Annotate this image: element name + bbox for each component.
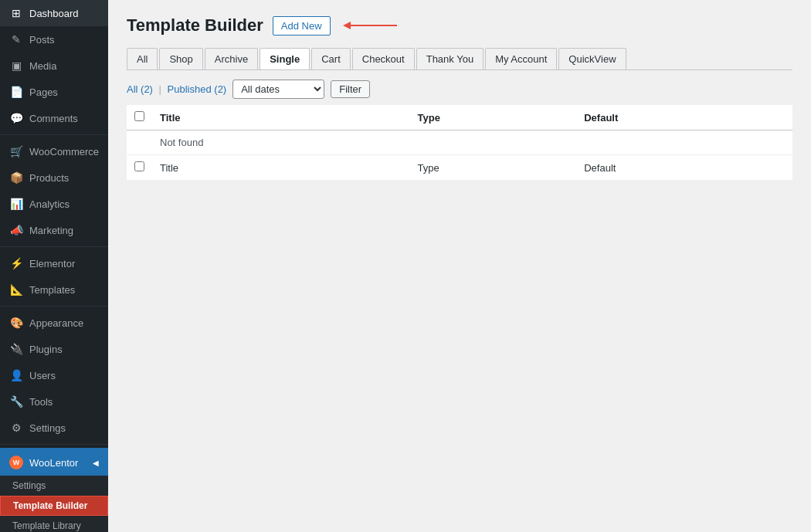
comments-icon: 💬	[9, 111, 23, 125]
woolentor-icon: W	[9, 456, 23, 469]
filter-published-link[interactable]: Published (2)	[168, 83, 227, 95]
templates-icon: 📐	[9, 283, 23, 296]
sidebar-item-pages[interactable]: 📄 Pages	[0, 79, 108, 105]
row-checkbox[interactable]	[134, 161, 144, 171]
tab-archive[interactable]: Archive	[205, 48, 258, 69]
tab-shop[interactable]: Shop	[159, 48, 202, 69]
sidebar-item-template-builder[interactable]: Template Builder	[0, 496, 108, 516]
tab-all[interactable]: All	[127, 48, 158, 69]
tab-quickview[interactable]: QuickView	[558, 48, 626, 69]
media-icon: ▣	[9, 59, 23, 73]
table-body: Not found Title Type Default	[127, 130, 792, 181]
sidebar-item-analytics[interactable]: 📊 Analytics	[0, 191, 108, 217]
sidebar-item-users[interactable]: 👤 Users	[0, 362, 108, 388]
filter-all-link[interactable]: All (2)	[127, 83, 153, 95]
sidebar-item-settings[interactable]: ⚙ Settings	[0, 415, 108, 441]
sidebar-label-woocommerce: WooCommerce	[29, 146, 99, 158]
table-row: Title Type Default	[127, 155, 792, 181]
page-title: Template Builder	[127, 15, 263, 36]
sidebar-label-settings: Settings	[29, 422, 66, 434]
select-all-checkbox[interactable]	[134, 111, 144, 121]
table-header: Title Type Default	[127, 105, 792, 130]
sidebar-label-tools: Tools	[29, 396, 53, 408]
templates-table: Title Type Default Not found Title Type …	[127, 105, 792, 181]
analytics-icon: 📊	[9, 197, 23, 211]
tab-thank-you[interactable]: Thank You	[416, 48, 484, 69]
not-found-text: Not found	[152, 130, 410, 155]
row-title: Title	[152, 155, 410, 181]
filter-status-links: All (2) | Published (2)	[127, 83, 226, 95]
sidebar: ⊞ Dashboard ✎ Posts ▣ Media 📄 Pages 💬 Co…	[0, 0, 108, 532]
sidebar-item-media[interactable]: ▣ Media	[0, 53, 108, 79]
tabs-bar: All Shop Archive Single Cart Checkout Th…	[127, 48, 792, 70]
filter-separator: |	[159, 83, 161, 95]
pages-icon: 📄	[9, 85, 23, 99]
sidebar-label-pages: Pages	[29, 86, 58, 98]
table-header-type: Type	[410, 105, 577, 130]
sidebar-label-marketing: Marketing	[29, 225, 73, 236]
separator-3	[0, 306, 108, 307]
row-checkbox-cell	[127, 155, 152, 181]
not-found-checkbox-cell	[127, 130, 152, 155]
sidebar-item-dashboard[interactable]: ⊞ Dashboard	[0, 0, 108, 26]
separator-4	[0, 444, 108, 445]
sidebar-item-templates[interactable]: 📐 Templates	[0, 276, 108, 303]
tab-cart[interactable]: Cart	[311, 48, 351, 69]
tab-checkout[interactable]: Checkout	[352, 48, 415, 69]
sidebar-label-users: Users	[29, 370, 56, 381]
sidebar-item-tools[interactable]: 🔧 Tools	[0, 388, 108, 415]
sidebar-label-media: Media	[29, 60, 56, 72]
separator-1	[0, 134, 108, 135]
products-icon: 📦	[9, 171, 23, 185]
sidebar-item-woocommerce[interactable]: 🛒 WooCommerce	[0, 138, 108, 164]
sidebar-label-dashboard: Dashboard	[29, 8, 79, 19]
sidebar-item-elementor[interactable]: ⚡ Elementor	[0, 250, 108, 276]
sidebar-item-appearance[interactable]: 🎨 Appearance	[0, 310, 108, 336]
arrow-svg	[343, 18, 405, 33]
appearance-icon: 🎨	[9, 316, 23, 330]
sidebar-item-woolentor-settings[interactable]: Settings	[0, 476, 108, 496]
sidebar-item-template-library[interactable]: Template Library	[0, 516, 108, 532]
tab-my-account[interactable]: My Account	[485, 48, 557, 69]
table-row-not-found: Not found	[127, 130, 792, 155]
page-header: Template Builder Add New	[127, 15, 792, 36]
sidebar-item-marketing[interactable]: 📣 Marketing	[0, 217, 108, 243]
sidebar-label-appearance: Appearance	[29, 317, 83, 329]
arrow-indicator	[343, 18, 405, 33]
plugins-icon: 🔌	[9, 342, 23, 356]
marketing-icon: 📣	[9, 223, 23, 237]
sidebar-label-products: Products	[29, 172, 69, 184]
sidebar-item-products[interactable]: 📦 Products	[0, 164, 108, 191]
sidebar-label-comments: Comments	[29, 113, 78, 124]
filters-row: All (2) | Published (2) All dates Januar…	[127, 80, 792, 99]
row-type: Type	[410, 155, 577, 181]
table-header-checkbox	[127, 105, 152, 130]
add-new-button[interactable]: Add New	[273, 16, 331, 36]
sidebar-label-posts: Posts	[29, 34, 55, 46]
users-icon: 👤	[9, 368, 23, 382]
posts-icon: ✎	[9, 32, 23, 46]
woolentor-label: WooLentor	[29, 457, 78, 469]
svg-marker-1	[343, 22, 351, 29]
sidebar-label-elementor: Elementor	[29, 258, 75, 269]
table-header-title: Title	[152, 105, 410, 130]
dashboard-icon: ⊞	[9, 6, 23, 20]
elementor-icon: ⚡	[9, 256, 23, 270]
date-filter-select[interactable]: All dates January 2024 February 2024	[232, 80, 324, 99]
tab-single[interactable]: Single	[260, 48, 310, 69]
settings-icon: ⚙	[9, 421, 23, 435]
sidebar-item-comments[interactable]: 💬 Comments	[0, 105, 108, 131]
woolentor-collapse-icon: ◀	[93, 459, 99, 467]
separator-2	[0, 246, 108, 247]
table-header-default: Default	[576, 105, 792, 130]
tools-icon: 🔧	[9, 395, 23, 408]
woolentor-menu-item[interactable]: W WooLentor ◀	[0, 449, 108, 476]
woocommerce-icon: 🛒	[9, 144, 23, 158]
filter-button[interactable]: Filter	[331, 80, 370, 98]
sidebar-label-templates: Templates	[29, 284, 75, 296]
sidebar-label-analytics: Analytics	[29, 198, 70, 210]
sidebar-item-posts[interactable]: ✎ Posts	[0, 26, 108, 53]
sidebar-item-plugins[interactable]: 🔌 Plugins	[0, 336, 108, 362]
woolentor-section: W WooLentor ◀ Settings Template Builder …	[0, 448, 108, 532]
sidebar-label-plugins: Plugins	[29, 344, 63, 355]
